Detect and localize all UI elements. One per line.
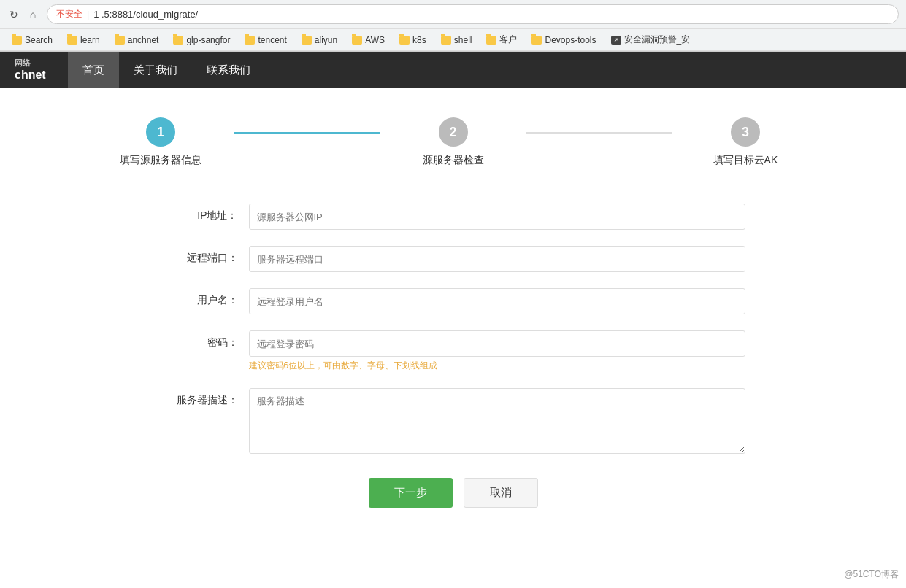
step-1-label: 填写源服务器信息	[120, 154, 201, 167]
nav-link-home[interactable]: 首页	[68, 52, 119, 88]
step-2-label: 源服务器检查	[423, 154, 484, 167]
form-buttons: 下一步 取消	[161, 478, 745, 537]
link-icon: ↗	[611, 36, 621, 45]
logo-line2: chnet	[15, 68, 46, 82]
folder-icon	[245, 36, 255, 45]
url-text: 1 .5:8881/cloud_migrate/	[93, 9, 198, 20]
site-navbar: 网络 chnet 首页 关于我们 联系我们	[0, 52, 906, 88]
step-1-circle: 1	[146, 117, 175, 147]
label-port: 远程端口：	[161, 246, 249, 265]
input-password[interactable]	[249, 330, 745, 357]
step-2: 2 源服务器检查	[380, 117, 526, 167]
step-connector-1	[234, 132, 380, 134]
step-3: 3 填写目标云AK	[672, 117, 818, 167]
password-hint: 建议密码6位以上，可由数字、字母、下划线组成	[249, 360, 745, 372]
bookmark-aws[interactable]: AWS	[346, 34, 391, 47]
bookmark-tencent[interactable]: tencent	[239, 34, 292, 47]
folder-icon	[441, 36, 451, 45]
folder-icon	[12, 36, 22, 45]
step-3-label: 填写目标云AK	[713, 154, 778, 167]
folder-icon	[173, 36, 183, 45]
input-description[interactable]	[249, 388, 745, 454]
input-port[interactable]	[249, 246, 745, 272]
nav-links: 首页 关于我们 联系我们	[68, 52, 265, 88]
home-icon[interactable]: ⌂	[26, 8, 39, 21]
input-wrap-username	[249, 288, 745, 314]
bookmark-search[interactable]: Search	[6, 34, 58, 47]
bookmarks-bar: Search learn anchnet glp-sangfor tencent…	[0, 29, 906, 51]
logo-line1: 网络	[15, 58, 46, 68]
bookmark-aws-label: AWS	[365, 35, 385, 45]
input-wrap-ip	[249, 204, 745, 230]
folder-icon	[531, 36, 542, 45]
browser-chrome: ↻ ⌂ 不安全 | 1 .5:8881/cloud_migrate/ Searc…	[0, 0, 906, 52]
input-wrap-description	[249, 388, 745, 456]
step-2-circle: 2	[439, 117, 468, 147]
input-username[interactable]	[249, 288, 745, 314]
bookmark-search-label: Search	[25, 35, 53, 45]
bookmark-devops-tools[interactable]: Devops-tools	[526, 34, 602, 47]
bookmark-anchnet[interactable]: anchnet	[109, 34, 165, 47]
step-3-circle: 3	[731, 117, 760, 147]
stepper: 1 填写源服务器信息 2 源服务器检查 3 填写目标云AK	[15, 117, 891, 167]
input-ip[interactable]	[249, 204, 745, 230]
bookmark-glp-sangfor[interactable]: glp-sangfor	[167, 34, 236, 47]
site-logo: 网络 chnet	[15, 58, 46, 82]
bookmark-shell[interactable]: shell	[435, 34, 478, 47]
folder-icon	[486, 36, 496, 45]
bookmark-glp-sangfor-label: glp-sangfor	[186, 35, 230, 45]
folder-icon	[302, 36, 312, 45]
insecure-label: 不安全	[56, 8, 82, 20]
folder-icon	[399, 36, 410, 45]
next-button[interactable]: 下一步	[369, 478, 453, 508]
folder-icon	[115, 36, 125, 45]
form-row-port: 远程端口：	[161, 246, 745, 272]
form-row-ip: IP地址：	[161, 204, 745, 230]
cancel-button[interactable]: 取消	[464, 478, 538, 508]
bookmark-customers[interactable]: 客户	[480, 32, 523, 47]
bookmark-devops-tools-label: Devops-tools	[545, 35, 596, 45]
step-connector-2	[526, 132, 672, 134]
bookmark-learn-label: learn	[80, 35, 100, 45]
nav-link-about[interactable]: 关于我们	[119, 52, 192, 88]
bookmark-k8s[interactable]: k8s	[394, 34, 432, 47]
bookmark-tencent-label: tencent	[258, 35, 286, 45]
input-wrap-port	[249, 246, 745, 272]
form-row-description: 服务器描述：	[161, 388, 745, 456]
lock-icon: |	[87, 9, 89, 20]
form-row-password: 密码： 建议密码6位以上，可由数字、字母、下划线组成	[161, 330, 745, 372]
bookmark-learn[interactable]: learn	[61, 34, 106, 47]
label-password: 密码：	[161, 330, 249, 349]
nav-link-contact[interactable]: 联系我们	[192, 52, 265, 88]
address-bar[interactable]: 不安全 | 1 .5:8881/cloud_migrate/	[47, 4, 899, 24]
bookmark-anchnet-label: anchnet	[128, 35, 159, 45]
label-username: 用户名：	[161, 288, 249, 307]
bookmark-aliyun-label: aliyun	[315, 35, 337, 45]
bookmark-security-label: 安全漏洞预警_安	[624, 34, 691, 46]
browser-nav-icons: ↻ ⌂	[7, 8, 39, 21]
form-row-username: 用户名：	[161, 288, 745, 314]
bookmark-aliyun[interactable]: aliyun	[296, 34, 343, 47]
refresh-icon[interactable]: ↻	[7, 8, 20, 21]
bookmark-shell-label: shell	[454, 35, 472, 45]
form-container: IP地址： 远程端口： 用户名： 密码： 建议密码6位以上，可由数字、字母、下划…	[161, 204, 745, 537]
input-wrap-password: 建议密码6位以上，可由数字、字母、下划线组成	[249, 330, 745, 372]
bookmark-k8s-label: k8s	[412, 35, 426, 45]
main-content: 1 填写源服务器信息 2 源服务器检查 3 填写目标云AK IP地址： 远程端口…	[0, 88, 906, 566]
bookmark-security[interactable]: ↗ 安全漏洞预警_安	[605, 32, 696, 47]
bookmark-customers-label: 客户	[499, 34, 517, 46]
folder-icon	[352, 36, 362, 45]
browser-toolbar: ↻ ⌂ 不安全 | 1 .5:8881/cloud_migrate/	[0, 0, 906, 29]
folder-icon	[67, 36, 77, 45]
label-description: 服务器描述：	[161, 388, 249, 407]
label-ip: IP地址：	[161, 204, 249, 223]
step-1: 1 填写源服务器信息	[88, 117, 234, 167]
